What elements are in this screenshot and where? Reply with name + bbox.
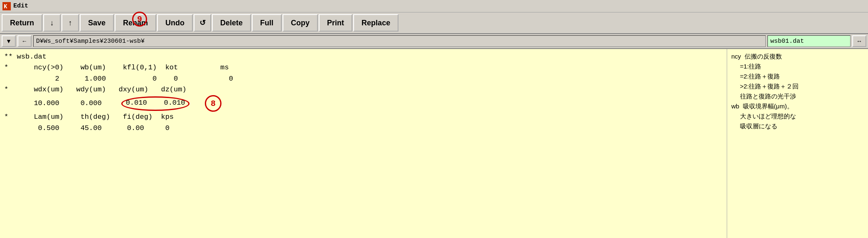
line-4: * wdx(um) wdy(um) dxy(um) dz(um) — [4, 84, 723, 95]
title-bar: K Edit — [0, 0, 868, 12]
scroll-down-button[interactable]: ↓ — [43, 14, 61, 32]
rp-line-1: ncy 伝搬の反復数 — [731, 52, 864, 61]
annotation-8: 8 — [205, 95, 221, 112]
scroll-up-button[interactable]: ↑ — [61, 14, 79, 32]
rp-line-7: 大きいほど理想的な — [731, 111, 864, 121]
filename-input[interactable] — [767, 35, 851, 47]
rp-line-4: >2:往路＋復路＋２回 — [731, 81, 864, 91]
dropdown-button[interactable]: ▼ — [2, 35, 16, 47]
return-button[interactable]: Return — [2, 14, 42, 32]
editor-area[interactable]: ** wsb.dat * ncy(>0) wb(um) kfl(0,1) kot… — [0, 49, 727, 238]
delete-button[interactable]: Delete — [212, 14, 251, 32]
path-input[interactable] — [33, 35, 766, 47]
copy-button[interactable]: Copy — [283, 14, 318, 32]
app-icon: K — [2, 2, 11, 10]
window-title: Edit — [13, 2, 28, 10]
back-button[interactable]: ← — [17, 35, 32, 47]
rp-line-6: wb 吸収境界幅(μm)。 — [731, 101, 864, 111]
toolbar: 9 Return ↓ ↑ Save Renam Undo ↺ Delete Fu… — [0, 12, 868, 34]
undo-icon-button[interactable]: ↺ — [194, 14, 211, 32]
rp-line-3: =2:往路＋復路 — [731, 71, 864, 81]
full-button[interactable]: Full — [252, 14, 282, 32]
line-2: * ncy(>0) wb(um) kfl(0,1) kot ms — [4, 62, 723, 73]
line-1: ** wsb.dat — [4, 52, 723, 62]
address-bar: ▼ ← ↔ — [0, 34, 868, 49]
rp-line-5: 往路と復路の光干渉 — [731, 91, 864, 101]
expand-button[interactable]: ↔ — [852, 35, 866, 47]
undo-button[interactable]: Undo — [157, 14, 193, 32]
annotation-oval: 0.010 0.010 — [121, 96, 190, 110]
main-container: ** wsb.dat * ncy(>0) wb(um) kfl(0,1) kot… — [0, 49, 868, 238]
svg-text:K: K — [4, 3, 7, 10]
rp-line-2: =1:往路 — [731, 61, 864, 71]
line-7: 0.500 45.00 0.00 0 — [4, 123, 723, 134]
replace-button[interactable]: Replace — [353, 14, 398, 32]
right-panel: ncy 伝搬の反復数 =1:往路 =2:往路＋復路 >2:往路＋復路＋２回 往路… — [727, 49, 868, 238]
line-3: 2 1.000 0 0 0 — [4, 74, 723, 84]
line-5: 10.000 0.000 0.010 0.010 8 — [4, 95, 723, 112]
rp-line-8: 吸収層になる — [731, 121, 864, 131]
print-button[interactable]: Print — [319, 14, 352, 32]
save-button[interactable]: Save — [80, 14, 114, 32]
rename-button[interactable]: Renam — [115, 14, 156, 32]
line-6: * Lam(um) th(deg) fi(deg) kps — [4, 112, 723, 123]
